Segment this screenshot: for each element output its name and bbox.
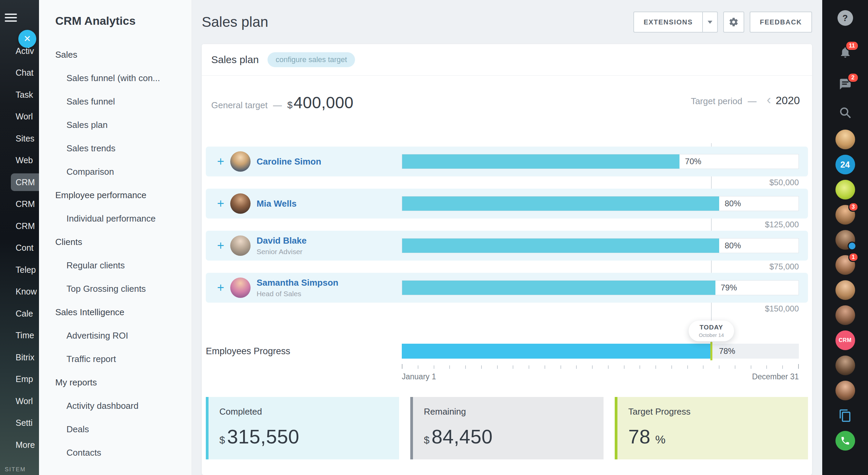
target-period-label: Target period	[691, 96, 742, 107]
primary-nav-item[interactable]: Setti	[0, 412, 39, 434]
analytics-menu-item[interactable]: Sales plan	[39, 113, 192, 137]
primary-nav-item[interactable]: Activ	[0, 40, 39, 62]
expand-row-button[interactable]: +	[215, 239, 227, 252]
employee-target-bar: 70%	[402, 154, 799, 169]
analytics-menu-item[interactable]: Sales Intelligence	[39, 301, 192, 324]
avatar[interactable]	[835, 356, 855, 375]
sitemap-label[interactable]: SITEM	[5, 466, 26, 473]
chat-stack-item	[835, 305, 855, 325]
analytics-menu-item[interactable]: Top Grossing clients	[39, 277, 192, 301]
chat-stack-item	[835, 130, 855, 149]
analytics-menu-item[interactable]: Deals	[39, 418, 192, 441]
analytics-menu-item[interactable]: Comparison	[39, 160, 192, 184]
employee-avatar[interactable]	[230, 193, 251, 214]
extensions-caret-button[interactable]	[702, 12, 718, 33]
employee-name-link[interactable]: David Blake	[257, 235, 402, 246]
summary-cards: Completed $ 315,550 Remaining $ 84,450	[206, 397, 808, 459]
timeline-tick	[687, 365, 688, 369]
primary-nav-item[interactable]: Sites	[0, 128, 39, 150]
employee-amount: $75,000	[206, 262, 808, 271]
employee-row: + Mia Wells 80% $125,000	[206, 189, 808, 229]
expand-row-button[interactable]: +	[215, 155, 227, 168]
analytics-menu-item[interactable]: Employee performance	[39, 184, 192, 207]
primary-nav-item[interactable]: Chat	[0, 62, 39, 84]
chat-stack-item: 1	[835, 255, 855, 275]
status-dot	[848, 242, 856, 250]
call-button[interactable]	[835, 431, 855, 451]
notifications-badge: 11	[845, 41, 859, 51]
summary-value-prefix: $	[219, 434, 225, 446]
help-button[interactable]: ?	[837, 10, 853, 26]
primary-nav-item[interactable]: Telep	[0, 259, 39, 281]
analytics-menu-item[interactable]: My reports	[39, 371, 192, 394]
general-target: General target — $ 400,000	[211, 93, 354, 147]
employee-avatar[interactable]	[230, 278, 251, 298]
primary-nav-item[interactable]: CRM	[0, 193, 39, 215]
chat-stack: 24 3	[835, 130, 855, 451]
analytics-menu-item[interactable]: Sales trends	[39, 137, 192, 160]
messages-button[interactable]: 2	[837, 76, 853, 92]
timeline-tick	[481, 365, 482, 369]
previous-period-chevron[interactable]: ‹	[767, 93, 771, 106]
analytics-menu-item[interactable]: Clients	[39, 230, 192, 254]
primary-nav-item[interactable]: CRM	[0, 215, 39, 237]
employee-percent: 70%	[685, 157, 701, 166]
analytics-menu-item[interactable]: Regular clients	[39, 254, 192, 277]
employee-name-link[interactable]: Caroline Simon	[257, 156, 402, 167]
employee-name-link[interactable]: Samantha Simpson	[257, 278, 402, 288]
avatar[interactable]	[835, 180, 855, 200]
analytics-menu-item[interactable]: Advertising ROI	[39, 324, 192, 347]
avatar[interactable]	[835, 305, 855, 325]
analytics-menu-item[interactable]: Sales	[39, 43, 192, 66]
employee-avatar[interactable]	[230, 151, 251, 172]
gear-icon	[729, 17, 739, 27]
hamburger-menu-icon[interactable]	[5, 14, 17, 24]
primary-nav-item[interactable]: Time	[0, 325, 39, 347]
unread-badge: 3	[848, 202, 859, 212]
avatar[interactable]: CRM	[835, 330, 855, 350]
primary-nav-item[interactable]: Task	[0, 84, 39, 106]
analytics-menu-item[interactable]: Individual performance	[39, 207, 192, 230]
timeline-tick	[639, 365, 640, 369]
primary-nav-item[interactable]: Cont	[0, 237, 39, 259]
analytics-menu-item[interactable]: Sales funnel (with con...	[39, 66, 192, 90]
extensions-button[interactable]: EXTENSIONS	[633, 12, 702, 33]
clipboard-button[interactable]	[835, 406, 855, 425]
primary-nav-item[interactable]: Worl	[0, 106, 39, 128]
employees-progress-track: 78%	[402, 344, 799, 359]
analytics-menu-item[interactable]: Activity dashboard	[39, 394, 192, 418]
employee-avatar[interactable]	[230, 235, 251, 256]
notifications-button[interactable]: 11	[837, 44, 853, 60]
timeline-tick	[560, 365, 561, 369]
primary-nav-item[interactable]: Worl	[0, 390, 39, 412]
avatar[interactable]: 24	[835, 155, 855, 174]
settings-button[interactable]	[723, 12, 744, 33]
timeline-tick	[624, 365, 625, 369]
analytics-menu-item[interactable]: Sales funnel	[39, 90, 192, 113]
employee-name-link[interactable]: Mia Wells	[257, 198, 402, 209]
primary-nav-list: Activ Chat Task Worl Sites Web CRM CRM C…	[0, 40, 39, 456]
employee-row: + Caroline Simon 70% $50,000	[206, 147, 808, 187]
feedback-button[interactable]: FEEDBACK	[750, 12, 812, 33]
expand-row-button[interactable]: +	[215, 281, 227, 294]
summary-card-label: Completed	[219, 406, 388, 417]
primary-nav-item[interactable]: More	[0, 434, 39, 456]
copy-icon	[839, 409, 852, 422]
analytics-menu-item[interactable]: Traffic report	[39, 347, 192, 371]
avatar[interactable]	[835, 130, 855, 149]
configure-target-link[interactable]: configure sales target	[268, 52, 355, 67]
primary-nav-item[interactable]: Know	[0, 281, 39, 303]
primary-nav-item[interactable]: Bitrix	[0, 346, 39, 368]
primary-nav-item[interactable]: Web	[0, 150, 39, 172]
expand-row-button[interactable]: +	[215, 197, 227, 210]
analytics-menu-item[interactable]: Contacts	[39, 441, 192, 464]
primary-nav-item[interactable]: Emp	[0, 368, 39, 391]
avatar[interactable]	[835, 381, 855, 400]
employee-target-bar: 79%	[402, 280, 799, 295]
primary-nav-item[interactable]: CRM	[11, 173, 39, 191]
avatar[interactable]	[835, 280, 855, 300]
primary-nav-item[interactable]: Cale	[0, 303, 39, 325]
avatar-label: CRM	[839, 337, 852, 343]
chat-stack-item: CRM	[835, 330, 855, 350]
search-button[interactable]	[837, 104, 853, 121]
